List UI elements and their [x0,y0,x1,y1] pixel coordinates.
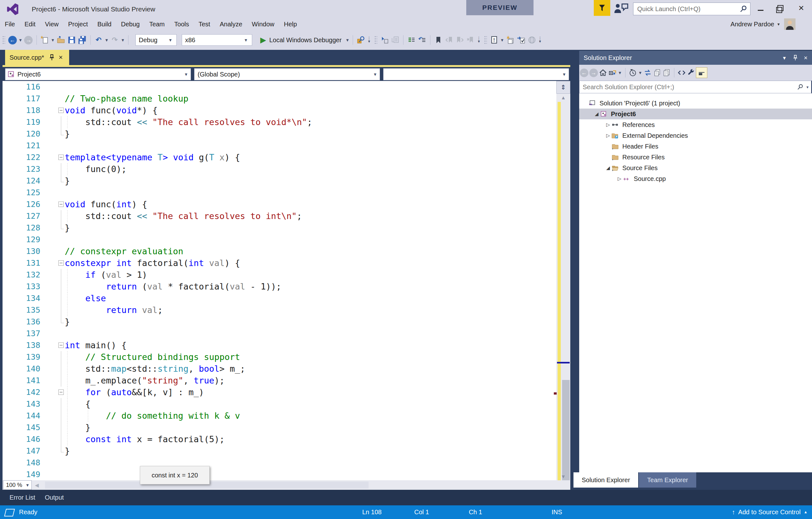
code-line[interactable]: 136} [3,316,556,328]
code-line[interactable]: 126void func(int) { [3,198,556,211]
code-line[interactable]: 125 [3,187,556,199]
se-code-view-icon[interactable] [677,68,687,78]
code-line[interactable]: 140 std::map<std::string, bool> m_; [3,363,556,375]
tree-item-external-dependencies[interactable]: ▷External Dependencies [579,130,812,141]
toolbar-check-doc-icon[interactable] [516,35,526,45]
expander-collapsed-icon[interactable]: ▷ [605,122,612,128]
chevron-down-icon[interactable]: ▾ [806,85,809,89]
code-line[interactable]: 119 std::cout << "The call resolves to v… [3,116,556,128]
close-tab-icon[interactable]: × [59,53,63,61]
code-line[interactable]: 129 [3,234,556,246]
toolbar-doc-outline-icon[interactable] [390,35,401,45]
code-line[interactable]: 121 [3,140,556,152]
window-position-icon[interactable]: ▼ [782,55,787,61]
code-line[interactable]: 135 return val; [3,304,556,316]
solution-explorer-search[interactable]: Search Solution Explorer (Ctrl+;) ▾ [579,81,811,93]
expander-collapsed-icon[interactable]: ▷ [616,176,623,182]
menu-project[interactable]: Project [63,21,93,28]
add-to-source-control-button[interactable]: ↑ Add to Source Control ▲ [732,506,808,519]
search-icon[interactable] [797,83,804,90]
toolbar-dropdown-caret-icon[interactable]: ▼ [51,38,55,43]
code-line[interactable]: 148 [3,457,556,469]
quick-launch-input[interactable]: Quick Launch (Ctrl+Q) [633,3,751,15]
toolbar-dropdown-caret-icon[interactable]: ▼ [105,38,109,43]
vertical-scrollbar[interactable]: ⇕ ▲ ▼ [556,81,570,480]
status-line[interactable]: Ln 108 [362,506,382,519]
fold-collapse-box[interactable] [58,386,64,399]
menu-team[interactable]: Team [144,21,169,28]
feedback-filter-button[interactable] [594,0,610,16]
code-line[interactable]: 134 else [3,292,556,304]
menu-view[interactable]: View [40,21,63,28]
toolbar-pointer-doc-icon[interactable] [379,35,390,45]
menu-window[interactable]: Window [247,21,279,28]
se-home-icon[interactable] [598,68,608,78]
close-button[interactable]: × [794,0,808,16]
pin-icon[interactable] [792,55,798,61]
scroll-left-arrow[interactable]: ◀ [35,482,39,488]
code-line[interactable]: 122template<typename T> void g(T x) { [3,152,556,163]
fold-collapse-box[interactable] [58,104,64,116]
user-account[interactable]: Andrew Pardoe ▾ [730,18,795,30]
se-copy-doc-icon[interactable] [652,68,662,78]
solution-platforms-dropdown[interactable]: x86▼ [182,34,252,46]
code-line[interactable]: 128} [3,222,556,234]
expander-expanded-icon[interactable]: ◢ [605,165,612,171]
status-insert-mode[interactable]: INS [552,506,562,519]
zoom-dropdown[interactable]: 100 % ▼ [3,480,32,490]
splitter-handle[interactable]: ⇕ [556,81,570,93]
se-preview-toggle-icon[interactable] [696,68,707,78]
toolbar-new-item-icon[interactable] [505,35,516,45]
panel-splitter[interactable] [570,50,579,490]
code-line[interactable]: 137 [3,328,556,340]
toolbar-find-in-files-icon[interactable] [355,35,366,45]
toolbar-list-undo-icon[interactable]: ↶ [417,35,428,45]
menu-build[interactable]: Build [93,21,116,28]
expander-collapsed-icon[interactable]: ▷ [605,133,612,138]
member-dropdown[interactable]: ▼ [383,68,569,80]
toolbar-list-commands-icon[interactable] [406,35,417,45]
code-line[interactable]: 141 m_.emplace("string", true); [3,375,556,387]
menu-analyze[interactable]: Analyze [215,21,247,28]
toolbar-save-icon[interactable] [66,35,77,45]
toolbar-dropdown-caret-icon[interactable]: ▼ [19,38,23,43]
code-line[interactable]: 123 func(0); [3,163,556,175]
autohide-tab-error-list[interactable]: Error List [9,494,35,501]
code-line[interactable]: 131constexpr int factorial(int val) { [3,257,556,269]
code-editor[interactable]: 116117// Two-phase name lookup118void fu… [3,81,556,480]
code-line[interactable]: 144 // do something with k & v [3,410,556,422]
toolbar-toolbar-options-icon[interactable]: ⋮▾ [366,37,372,43]
code-line[interactable]: 149 [3,468,556,480]
toolbar-open-file-icon[interactable] [56,35,66,45]
code-line[interactable]: 145 } [3,421,556,434]
send-feedback-icon[interactable] [613,3,629,14]
project-dropdown[interactable]: Project6 ▼ [5,68,191,80]
toolbar-redo-icon[interactable]: ↷ [110,35,120,45]
se-dropdown-caret-icon[interactable]: ▼ [638,71,642,75]
tree-item-project6[interactable]: ◢Project6 [579,109,812,119]
tree-item-source-cpp[interactable]: ▷++Source.cpp [579,173,812,184]
code-line[interactable]: 132 if (val > 1) [3,269,556,281]
panel-tab-team-explorer[interactable]: Team Explorer [639,472,696,488]
expander-expanded-icon[interactable]: ◢ [593,111,600,117]
pin-icon[interactable] [49,54,55,61]
tree-item-solution-project6-1-project-[interactable]: ∞Solution 'Project6' (1 project) [579,98,812,109]
toolbar-new-file-icon[interactable] [39,35,50,45]
code-line[interactable]: 117// Two-phase name lookup [3,93,556,105]
toolbar-nav-forward-icon[interactable]: → [23,35,34,45]
se-sync-icon[interactable] [643,68,652,78]
code-line[interactable]: 127 std::cout << "The call resolves to i… [3,210,556,222]
scroll-up-arrow[interactable]: ▲ [556,95,570,101]
close-icon[interactable]: × [804,54,808,61]
menu-tools[interactable]: Tools [169,21,194,28]
code-line[interactable]: 146 const int x = factorial(5); [3,433,556,445]
fold-collapse-box[interactable] [58,152,64,163]
menu-help[interactable]: Help [279,21,302,28]
horizontal-scrollbar[interactable] [39,480,570,490]
code-line[interactable]: 139 // Structured bindings support [3,351,556,363]
code-line[interactable]: 147} [3,445,556,457]
tree-item-resource-files[interactable]: Resource Files [579,152,812,163]
se-wrench-icon[interactable] [687,68,696,78]
toolbar-toolbar-options-icon[interactable]: ⋮▾ [537,37,543,43]
code-line[interactable]: 116 [3,81,556,93]
